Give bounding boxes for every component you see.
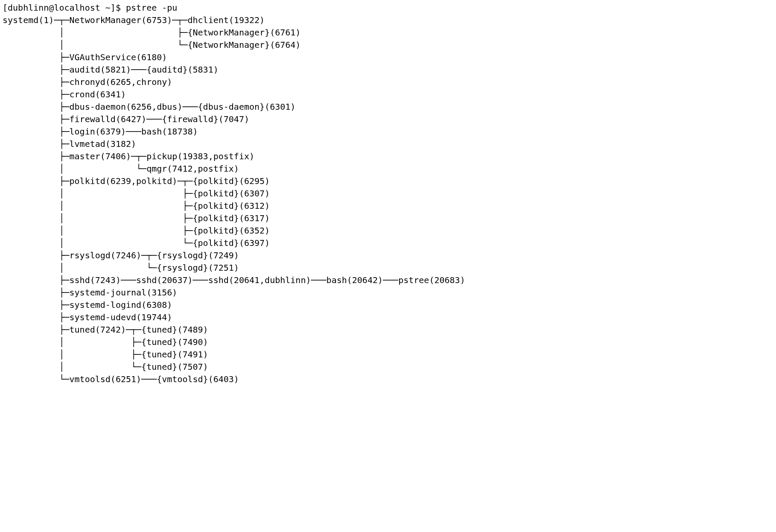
terminal-output: [dubhlinn@localhost ~]$ pstree -pu syste… — [0, 0, 776, 387]
pstree-line: │ ├─{polkitd}(6352) — [3, 225, 270, 236]
pstree-line: │ ├─{NetworkManager}(6761) — [3, 27, 300, 38]
pstree-line: ├─login(6379)───bash(18738) — [3, 126, 198, 137]
pstree-line: ├─master(7406)─┬─pickup(19383,postfix) — [3, 151, 254, 161]
pstree-line: ├─sshd(7243)───sshd(20637)───sshd(20641,… — [3, 275, 465, 285]
pstree-line: ├─chronyd(6265,chrony) — [3, 77, 172, 87]
pstree-line: ├─lvmetad(3182) — [3, 139, 136, 149]
pstree-line: └─vmtoolsd(6251)───{vmtoolsd}(6403) — [3, 374, 239, 384]
pstree-line: │ └─{NetworkManager}(6764) — [3, 40, 300, 50]
pstree-line: │ ├─{tuned}(7491) — [3, 349, 208, 360]
pstree-line: │ ├─{polkitd}(6312) — [3, 201, 270, 211]
pstree-line: ├─crond(6341) — [3, 89, 126, 99]
pstree-line: ├─polkitd(6239,polkitd)─┬─{polkitd}(6295… — [3, 176, 270, 186]
pstree-line: ├─tuned(7242)─┬─{tuned}(7489) — [3, 324, 208, 335]
pstree-line: │ └─{polkitd}(6397) — [3, 238, 270, 248]
pstree-line: │ ├─{polkitd}(6317) — [3, 213, 270, 223]
pstree-line: ├─systemd-journal(3156) — [3, 287, 177, 298]
pstree-line: │ └─{tuned}(7507) — [3, 362, 208, 372]
pstree-line: ├─auditd(5821)───{auditd}(5831) — [3, 64, 219, 75]
pstree-line: ├─rsyslogd(7246)─┬─{rsyslogd}(7249) — [3, 250, 239, 260]
pstree-line: │ ├─{tuned}(7490) — [3, 337, 208, 347]
pstree-line: ├─VGAuthService(6180) — [3, 52, 167, 62]
shell-prompt: [dubhlinn@localhost ~]$ — [3, 3, 126, 13]
shell-command: pstree -pu — [126, 3, 177, 13]
pstree-line: ├─systemd-udevd(19744) — [3, 312, 172, 322]
pstree-line: ├─firewalld(6427)───{firewalld}(7047) — [3, 114, 249, 124]
pstree-line: │ └─{rsyslogd}(7251) — [3, 263, 239, 273]
pstree-line: │ ├─{polkitd}(6307) — [3, 188, 270, 199]
pstree-line: ├─systemd-logind(6308) — [3, 300, 172, 310]
pstree-line: │ └─qmgr(7412,postfix) — [3, 164, 239, 174]
pstree-line: ├─dbus-daemon(6256,dbus)───{dbus-daemon}… — [3, 102, 295, 112]
pstree-line: systemd(1)─┬─NetworkManager(6753)─┬─dhcl… — [3, 15, 265, 25]
